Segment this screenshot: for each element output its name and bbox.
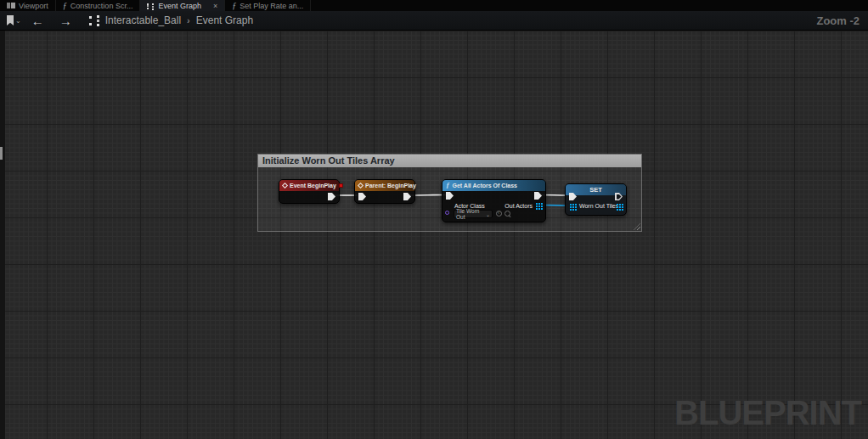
node-set-worn-out-tiles[interactable]: SET Worn Out Tiles xyxy=(565,183,627,216)
actor-class-dropdown[interactable]: Tile Worn Out ⌄ xyxy=(454,210,493,218)
function-icon: ƒ xyxy=(63,2,67,10)
pin-label-out-actors: Out Actors xyxy=(504,203,533,209)
node-header[interactable]: Event BeginPlay xyxy=(279,180,339,191)
class-input-pin[interactable] xyxy=(445,211,449,215)
node-parent-beginplay[interactable]: Parent: BeginPlay xyxy=(354,179,415,204)
comment-resize-handle[interactable] xyxy=(634,223,640,230)
chevron-down-icon: ⌄ xyxy=(15,17,21,25)
exec-input-pin[interactable] xyxy=(446,192,454,200)
actor-class-value: Tile Worn Out xyxy=(456,208,486,220)
function-icon: ƒ xyxy=(446,182,450,189)
tab-label: Construction Scr... xyxy=(70,2,133,10)
use-selected-asset-button[interactable] xyxy=(496,211,502,217)
function-icon: ƒ xyxy=(232,2,236,10)
breadcrumb-graph-name[interactable]: Event Graph xyxy=(196,14,253,26)
breadcrumb-separator: › xyxy=(187,15,190,25)
breadcrumb: Interactable_Ball › Event Graph xyxy=(105,14,253,26)
comment-title[interactable]: Initialize Worn Out Tiles Array xyxy=(258,155,641,167)
back-button[interactable]: ← xyxy=(26,14,49,27)
zoom-level-label: Zoom -2 xyxy=(816,14,860,27)
node-event-beginplay[interactable]: Event BeginPlay xyxy=(279,179,340,204)
array-output-pin[interactable] xyxy=(617,204,618,205)
exec-output-pin[interactable] xyxy=(403,193,411,200)
pin-label-worn-out-tiles: Worn Out Tiles xyxy=(579,203,618,209)
tab-construction-script[interactable]: ƒ Construction Scr... xyxy=(56,0,141,11)
breadcrumb-blueprint-name[interactable]: Interactable_Ball xyxy=(105,14,181,26)
forward-button[interactable]: → xyxy=(54,14,77,27)
collapsed-panel-handle[interactable] xyxy=(0,147,3,160)
blueprint-watermark: BLUEPRINT xyxy=(674,394,861,432)
event-icon xyxy=(282,183,288,189)
node-title: Parent: BeginPlay xyxy=(365,183,416,189)
tab-label: Viewport xyxy=(19,2,48,10)
exec-output-pin[interactable] xyxy=(534,192,542,200)
node-title: SET xyxy=(589,186,602,194)
array-input-pin[interactable] xyxy=(570,204,572,205)
graph-icon xyxy=(147,3,149,5)
browse-asset-button[interactable] xyxy=(504,211,510,217)
event-override-marker xyxy=(339,183,343,188)
event-icon xyxy=(358,183,364,189)
node-header[interactable]: Parent: BeginPlay xyxy=(355,180,414,191)
node-get-all-actors-of-class[interactable]: ƒ Get All Actors Of Class Actor Class Ti… xyxy=(442,179,546,222)
tabbar-spacer xyxy=(311,0,868,11)
node-header[interactable]: ƒ Get All Actors Of Class xyxy=(442,180,545,191)
graph-toolbar: ⌄ ← → Interactable_Ball › Event Graph Zo… xyxy=(0,11,868,31)
event-graph-canvas[interactable]: Initialize Worn Out Tiles Array Event Be… xyxy=(0,31,868,439)
exec-input-pin[interactable] xyxy=(358,193,366,200)
tab-event-graph[interactable]: Event Graph × xyxy=(140,0,225,11)
node-title: Event BeginPlay xyxy=(290,183,336,189)
tab-label: Set Play Rate an... xyxy=(240,2,303,10)
graph-icon xyxy=(89,16,92,19)
chevron-down-icon: ⌄ xyxy=(486,211,490,217)
wire-layer xyxy=(0,31,868,439)
tab-viewport[interactable]: Viewport xyxy=(0,0,56,11)
tab-label: Event Graph xyxy=(158,2,201,10)
tab-set-play-rate[interactable]: ƒ Set Play Rate an... xyxy=(225,0,311,11)
close-icon[interactable]: × xyxy=(213,2,217,10)
node-title: Get All Actors Of Class xyxy=(453,183,518,189)
bookmark-button[interactable]: ⌄ xyxy=(7,15,21,25)
exec-output-pin[interactable] xyxy=(328,193,335,200)
editor-tab-bar: Viewport ƒ Construction Scr... Event Gra… xyxy=(0,0,868,11)
array-output-pin[interactable] xyxy=(536,203,538,205)
viewport-icon xyxy=(7,3,15,8)
left-panel-edge xyxy=(0,31,5,439)
bookmark-icon xyxy=(7,15,14,25)
